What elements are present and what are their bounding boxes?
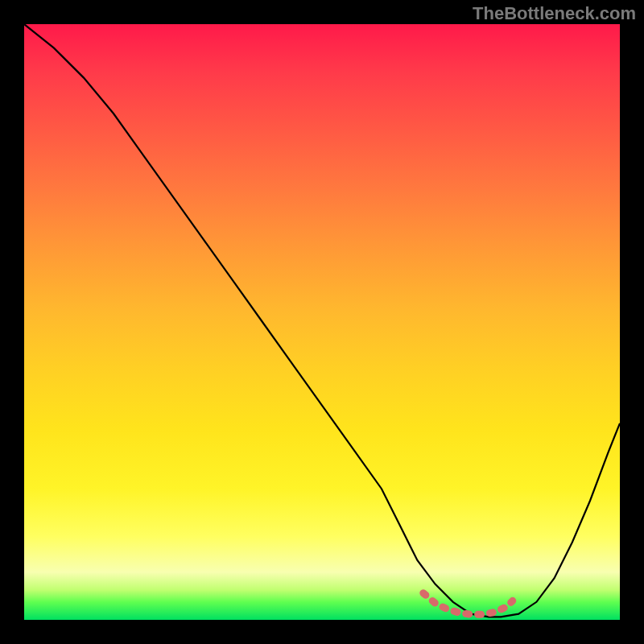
bottleneck-curve	[24, 24, 620, 617]
attribution-text: TheBottleneck.com	[473, 3, 636, 24]
chart-svg	[24, 24, 620, 620]
optimal-zone-marker	[423, 593, 513, 615]
plot-area	[24, 24, 620, 620]
